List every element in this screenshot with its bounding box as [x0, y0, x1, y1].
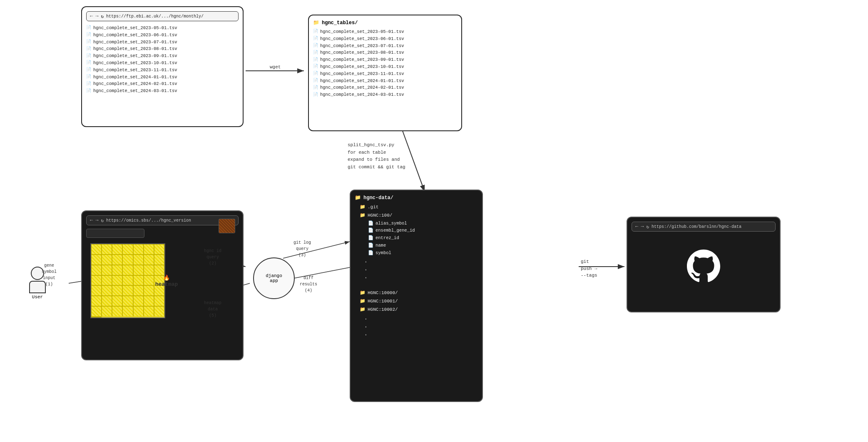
- file-item: 📄hgnc_complete_set_2024-01-01.tsv: [313, 77, 457, 85]
- file-item: 📄hgnc_complete_set_2024-02-01.tsv: [86, 80, 239, 87]
- file-item: 📄hgnc_complete_set_2023-07-01.tsv: [313, 42, 457, 50]
- ellipsis: .: [360, 265, 478, 273]
- hgnc-data-heading: 📁 hgnc-data/: [355, 195, 478, 201]
- browser-back-icon: ←: [90, 13, 93, 19]
- split-script-label: split_hgnc_tsv.py for each table expand …: [348, 142, 405, 171]
- file-item: 📄alias_symbol: [368, 220, 478, 227]
- omics-browser-bar-area: ← → ↻ https://omics.sbs/.../hgnc_version: [86, 215, 239, 225]
- heatmap-data-label: heatmap data (5): [204, 300, 221, 319]
- github-url: https://github.com/barslnn/hgnc-data: [652, 225, 741, 229]
- file-item: 📄hgnc_complete_set_2023-11-01.tsv: [313, 70, 457, 77]
- ftp-url: https://ftp.ebi.ac.uk/.../hgnc/monthly/: [106, 14, 204, 19]
- user-label: User: [32, 295, 43, 300]
- omics-url: https://omics.sbs/.../hgnc_version: [106, 218, 191, 223]
- ftp-file-list: 📄hgnc_complete_set_2023-05-01.tsv 📄hgnc_…: [86, 25, 239, 95]
- file-item: 📄name: [368, 242, 478, 250]
- git-log-query-label: git log query (3): [293, 240, 311, 258]
- file-item: 📄hgnc_complete_set_2023-08-01.tsv: [86, 45, 239, 52]
- hgnc10000-folder: 📁HGNC:10000/: [360, 289, 478, 297]
- file-item: 📄hgnc_complete_set_2023-06-01.tsv: [86, 32, 239, 39]
- hgnc-id-query-label: hgnc id query (2): [204, 248, 221, 267]
- file-item: 📄symbol: [368, 250, 478, 257]
- omics-input-box[interactable]: [86, 229, 144, 238]
- svg-line-7: [283, 242, 350, 258]
- ellipsis: .: [360, 257, 478, 265]
- svg-line-8: [289, 267, 354, 279]
- file-item: 📄hgnc_complete_set_2023-09-01.tsv: [313, 56, 457, 63]
- file-item: 📄hgnc_complete_set_2023-06-01.tsv: [313, 35, 457, 42]
- diagram-container: ← → ↻ https://ftp.ebi.ac.uk/.../hgnc/mon…: [0, 0, 868, 442]
- ellipsis: .: [360, 330, 478, 338]
- file-item: 📄hgnc_complete_set_2023-05-01.tsv: [313, 28, 457, 35]
- ellipsis: .: [360, 273, 478, 281]
- heatmap-grid: [90, 243, 165, 318]
- git-push-label: git push → --tags: [581, 258, 597, 279]
- hgnc100-folder: 📁HGNC:100/: [360, 212, 478, 220]
- file-item: 📄entrez_id: [368, 235, 478, 242]
- file-item: 📄hgnc_complete_set_2024-03-01.tsv: [86, 87, 239, 95]
- file-item: 📄hgnc_complete_set_2023-05-01.tsv: [86, 25, 239, 32]
- file-item: 📄hgnc_complete_set_2024-02-01.tsv: [313, 84, 457, 91]
- browser-forward-icon: →: [95, 13, 98, 19]
- git-folder: 📁.git: [360, 203, 478, 212]
- file-item: 📄hgnc_complete_set_2023-08-01.tsv: [313, 49, 457, 56]
- file-item: 📄ensembl_gene_id: [368, 227, 478, 235]
- hgnc-tables-box: 📁 hgnc_tables/ 📄hgnc_complete_set_2023-0…: [308, 15, 462, 131]
- file-item: 📄hgnc_complete_set_2023-09-01.tsv: [86, 52, 239, 60]
- github-browser-reload: ↻: [646, 224, 649, 230]
- gene-symbol-label: gene symbol input (1): [42, 262, 57, 287]
- github-icon-area: [632, 235, 776, 297]
- file-item: 📄hgnc_complete_set_2023-07-01.tsv: [86, 39, 239, 46]
- ftp-browser-bar: ← → ↻ https://ftp.ebi.ac.uk/.../hgnc/mon…: [86, 11, 239, 21]
- github-octocat-icon: [687, 250, 720, 283]
- diff-results-label: diff results (4): [300, 275, 317, 294]
- omics-back-icon: ←: [90, 217, 93, 223]
- omics-thumbnail: [219, 219, 235, 233]
- hgnc-tables-heading: 📁 hgnc_tables/: [313, 20, 457, 26]
- file-item: 📄hgnc_complete_set_2023-11-01.tsv: [86, 67, 239, 74]
- hgnc10002-folder: 📁HGNC:10002/: [360, 306, 478, 314]
- hgnc100-files: 📄alias_symbol 📄ensembl_gene_id 📄entrez_i…: [360, 220, 478, 257]
- omics-reload-icon: ↻: [101, 218, 104, 223]
- omics-browser-box: ← → ↻ https://omics.sbs/.../hgnc_version: [81, 210, 244, 360]
- ellipsis: .: [360, 314, 478, 322]
- omics-browser-bar: ← → ↻ https://omics.sbs/.../hgnc_version: [86, 215, 239, 225]
- file-item: 📄hgnc_complete_set_2024-03-01.tsv: [313, 91, 457, 98]
- wget-label: wget: [270, 65, 281, 70]
- file-item: 📄hgnc_complete_set_2023-10-01.tsv: [86, 60, 239, 67]
- folder-icon: 📁: [313, 20, 319, 26]
- browser-reload-icon: ↻: [101, 14, 104, 19]
- file-item: 📄hgnc_complete_set_2024-01-01.tsv: [86, 74, 239, 81]
- django-label: django app: [266, 273, 282, 283]
- folder-icon-dark: 📁: [355, 195, 361, 201]
- file-item: 📄hgnc_complete_set_2023-10-01.tsv: [313, 63, 457, 70]
- hgnc-data-tree: 📁.git 📁HGNC:100/ 📄alias_symbol 📄ensembl_…: [355, 203, 478, 338]
- django-app-circle: django app: [253, 257, 295, 299]
- ftp-browser-box: ← → ↻ https://ftp.ebi.ac.uk/.../hgnc/mon…: [81, 6, 244, 127]
- hgnc-tables-file-list: 📄hgnc_complete_set_2023-05-01.tsv 📄hgnc_…: [313, 28, 457, 98]
- hgnc10001-folder: 📁HGNC:10001/: [360, 297, 478, 306]
- hgnc-data-box: 📁 hgnc-data/ 📁.git 📁HGNC:100/ 📄alias_sym…: [350, 190, 483, 402]
- github-browser-back: ←: [635, 224, 638, 230]
- github-browser-bar: ← → ↻ https://github.com/barslnn/hgnc-da…: [632, 222, 776, 232]
- github-box: ← → ↻ https://github.com/barslnn/hgnc-da…: [627, 217, 781, 312]
- omics-forward-icon: →: [95, 217, 98, 223]
- github-browser-forward: →: [641, 224, 644, 230]
- github-browser-bar-area: ← → ↻ https://github.com/barslnn/hgnc-da…: [632, 222, 776, 232]
- ellipsis: .: [360, 322, 478, 330]
